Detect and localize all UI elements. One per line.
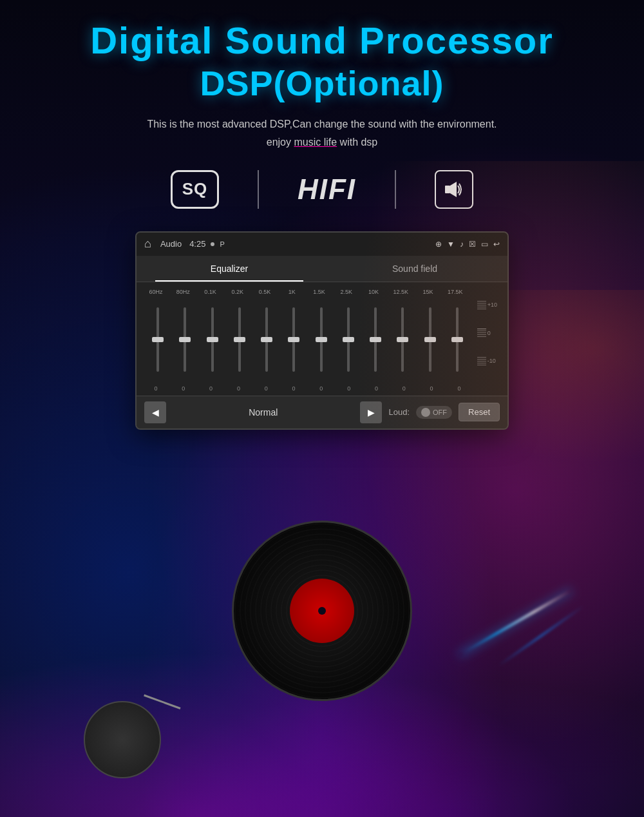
band-label-0: 60Hz [144,289,167,295]
slider-2[interactable] [199,298,226,381]
page-title-line2: DSP(Optional) [0,62,644,104]
slider-thumb-4 [261,337,272,342]
band-label-4: 0.5K [253,289,276,295]
prev-preset-button[interactable]: ◀ [144,401,166,423]
slider-1[interactable] [171,298,198,381]
eq-val-0: 0 [144,385,167,392]
slider-track-4 [265,307,268,372]
slider-3[interactable] [226,298,253,381]
band-label-5: 1K [280,289,303,295]
header-section: Digital Sound Processor DSP(Optional) Th… [0,0,644,151]
slider-0[interactable] [144,298,171,381]
slider-track-3 [238,307,241,372]
slider-thumb-1 [179,337,191,342]
eq-val-3: 0 [227,385,250,392]
subtitle-line1: This is the most advanced DSP,Can change… [0,115,644,133]
page-subtitle: This is the most advanced DSP,Can change… [0,115,644,150]
tab-equalizer[interactable]: Equalizer [137,256,322,282]
subtitle-pre: enjoy [267,137,294,148]
slider-thumb-5 [288,337,299,342]
subtitle-post: with dsp [337,137,377,148]
slider-4[interactable] [253,298,280,381]
eq-val-1: 0 [172,385,195,392]
status-dot [211,242,214,246]
status-p: P [220,240,224,248]
slider-track-5 [292,307,295,372]
page-content: Digital Sound Processor DSP(Optional) Th… [0,0,644,817]
slider-track-0 [156,307,159,372]
sq-icon-block: SQ [132,170,258,209]
slider-5[interactable] [280,298,307,381]
band-label-1: 80Hz [171,289,194,295]
slider-thumb-0 [152,337,164,342]
band-label-2: 0.1K [199,289,222,295]
status-audio-label: Audio [160,239,182,249]
turntable-platter [84,701,161,778]
woman-area-glow [322,161,644,817]
home-button[interactable]: ⌂ [144,237,151,251]
subtitle-line2: enjoy music life with dsp [0,133,644,151]
turntable [64,701,180,778]
page-title-line1: Digital Sound Processor [0,19,644,62]
subtitle-highlight: music life [294,137,337,148]
sq-icon: SQ [171,170,219,209]
band-label-3: 0.2K [226,289,249,295]
eq-val-2: 0 [200,385,223,392]
eq-val-4: 0 [254,385,278,392]
status-time: 4:25 [189,239,205,249]
slider-track-2 [211,307,214,372]
slider-thumb-2 [207,337,218,342]
slider-track-1 [184,307,186,372]
slider-thumb-3 [234,337,245,342]
eq-val-5: 0 [282,385,305,392]
